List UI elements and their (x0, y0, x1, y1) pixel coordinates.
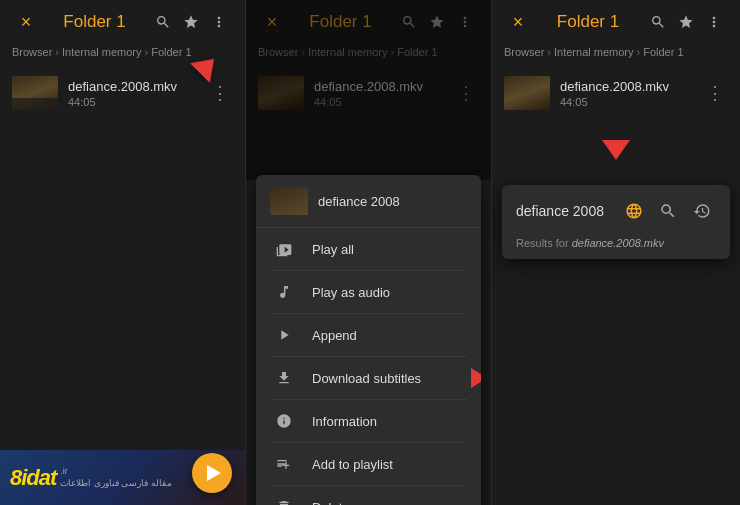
language-button[interactable] (620, 197, 648, 225)
file-duration-3: 44:05 (560, 96, 702, 108)
search-button-1[interactable] (149, 8, 177, 36)
subtitle-title: defiance 2008 (516, 203, 620, 219)
menu-label-play-audio: Play as audio (312, 285, 390, 300)
file-name-3: defiance.2008.mkv (560, 79, 702, 94)
search-button-3[interactable] (644, 8, 672, 36)
play-icon (207, 465, 221, 481)
menu-label-information: Information (312, 414, 377, 429)
menu-label-delete: Delete (312, 500, 350, 506)
panel-1: × Folder 1 Browser › Internal memory › F… (0, 0, 246, 505)
more-button-3[interactable] (700, 8, 728, 36)
play-all-icon (270, 239, 298, 259)
file-info-3: defiance.2008.mkv 44:05 (560, 79, 702, 108)
watermark: 8idat .irمقاله فارسی فناوری اطلاعات (0, 450, 246, 505)
add-playlist-icon (270, 454, 298, 474)
subtitle-history-button[interactable] (688, 197, 716, 225)
menu-label-add-playlist: Add to playlist (312, 457, 393, 472)
menu-item-information[interactable]: Information (256, 400, 481, 442)
subtitle-search-header: defiance 2008 (502, 185, 730, 235)
menu-item-play-audio[interactable]: Play as audio (256, 271, 481, 313)
watermark-domain: .irمقاله فارسی فناوری اطلاعات (60, 466, 172, 489)
menu-label-append: Append (312, 328, 357, 343)
file-item-3[interactable]: defiance.2008.mkv 44:05 ⋮ (492, 68, 740, 118)
context-menu-thumb (270, 187, 308, 215)
menu-item-delete[interactable]: Delete (256, 486, 481, 505)
subtitle-search-box: defiance 2008 Results for defiance.2008.… (502, 185, 730, 259)
panel-3-title: Folder 1 (532, 12, 644, 32)
delete-icon (270, 497, 298, 505)
breadcrumb-3: Browser › Internal memory › Folder 1 (492, 44, 740, 64)
context-menu: defiance 2008 Play all Play as audio App… (256, 175, 481, 505)
information-icon (270, 411, 298, 431)
file-name-1: defiance.2008.mkv (68, 79, 207, 94)
menu-item-download-subtitles[interactable]: Download subtitles (256, 357, 481, 399)
context-backdrop (246, 0, 491, 180)
file-info-1: defiance.2008.mkv 44:05 (68, 79, 207, 108)
three-dot-button-3[interactable]: ⋮ (702, 78, 728, 108)
menu-item-play-all[interactable]: Play all (256, 228, 481, 270)
panel-3: × Folder 1 Browser › Internal memory › F… (492, 0, 740, 505)
menu-item-add-playlist[interactable]: Add to playlist (256, 443, 481, 485)
play-audio-icon (270, 282, 298, 302)
download-subtitles-icon (270, 368, 298, 388)
panel-2: × Folder 1 Browser › Internal memory › F… (246, 0, 492, 505)
subtitle-results-text: Results for defiance.2008.mkv (502, 235, 730, 259)
watermark-text: 8idat (10, 465, 56, 491)
more-button-1[interactable] (205, 8, 233, 36)
file-list-3: defiance.2008.mkv 44:05 ⋮ (492, 64, 740, 122)
panel-1-title: Folder 1 (40, 12, 149, 32)
play-button[interactable] (192, 453, 232, 493)
close-button-1[interactable]: × (12, 8, 40, 36)
subtitle-icons (620, 197, 716, 225)
favorite-button-3[interactable] (672, 8, 700, 36)
menu-label-download-subtitles: Download subtitles (312, 371, 421, 386)
arrow-indicator-3 (602, 140, 630, 160)
context-menu-title: defiance 2008 (318, 194, 400, 209)
menu-label-play-all: Play all (312, 242, 354, 257)
subtitle-search-button[interactable] (654, 197, 682, 225)
arrow-indicator-2 (471, 368, 481, 388)
close-button-3[interactable]: × (504, 8, 532, 36)
context-menu-header: defiance 2008 (256, 175, 481, 228)
menu-item-append[interactable]: Append (256, 314, 481, 356)
three-dot-button-1[interactable]: ⋮ (207, 78, 233, 108)
favorite-button-1[interactable] (177, 8, 205, 36)
panel-1-header: × Folder 1 (0, 0, 245, 44)
file-thumb-1 (12, 76, 58, 110)
file-thumb-3 (504, 76, 550, 110)
panel-3-header: × Folder 1 (492, 0, 740, 44)
append-icon (270, 325, 298, 345)
file-duration-1: 44:05 (68, 96, 207, 108)
